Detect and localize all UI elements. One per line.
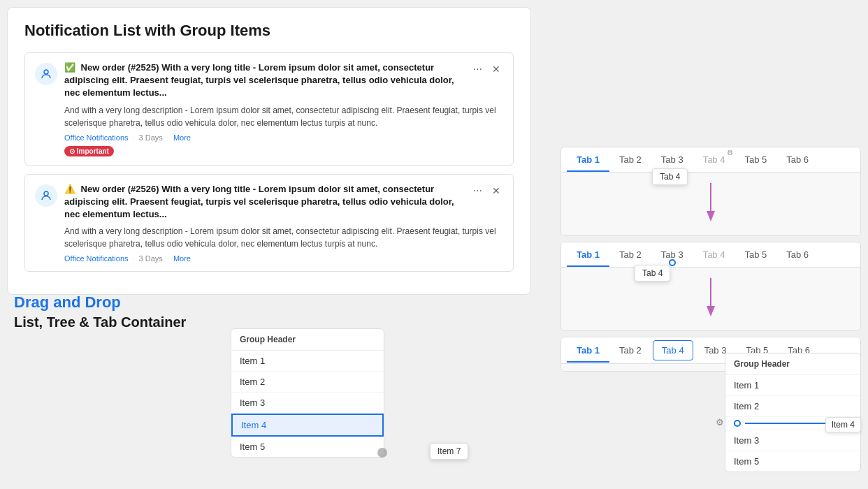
list-item-active[interactable]: Item 4 [231, 414, 384, 437]
tab-1-item-tab6[interactable]: Tab 6 [776, 147, 818, 172]
list-item[interactable]: Item 1 [231, 351, 384, 372]
time-label-1: 3 Days [139, 133, 163, 142]
arrow-down-icon [568, 275, 853, 323]
right-list-container: Group Header Item 1 Item 2 Item 3 Item 5 [725, 353, 861, 472]
dnd-subtitle: List, Tree & Tab Container [14, 314, 186, 330]
tab-1-item-tab4-faded: Tab 4 ⚙ [693, 147, 735, 172]
tab-panel-1: Tab 1 Tab 2 Tab 3 Tab 4 ⚙ Tab 5 Tab 6 Ta… [560, 147, 861, 236]
warning-icon: ⚠️ [64, 184, 75, 194]
important-badge: Important [64, 146, 114, 156]
drag-tooltip: Item 7 [430, 443, 468, 460]
tab-body-1 [561, 173, 860, 235]
drag-handle-icon[interactable] [377, 448, 387, 458]
more-options-button[interactable]: ··· [470, 61, 485, 77]
more-link-2[interactable]: More [173, 254, 191, 263]
avatar [35, 63, 57, 85]
notification-title-2: ⚠️ New order (#2526) With a very long ti… [64, 183, 470, 221]
time-label-2: 3 Days [139, 254, 163, 263]
notification-footer-2: Office Notifications · 3 Days · More [64, 254, 503, 263]
right-list-item[interactable]: Item 3 [725, 430, 860, 451]
notification-body-2: And with a very long description - Lorem… [64, 225, 503, 250]
tab-2-item-tab2[interactable]: Tab 2 [609, 242, 651, 267]
drag-circle-icon [734, 420, 741, 427]
notification-item: ⚠️ New order (#2526) With a very long ti… [24, 174, 514, 272]
tab-2-item-tab5[interactable]: Tab 5 [735, 242, 776, 267]
svg-point-1 [44, 191, 48, 196]
notification-body-1: And with a very long description - Lorem… [64, 104, 503, 129]
tab-2-item-tab1[interactable]: Tab 1 [567, 242, 609, 267]
svg-marker-5 [707, 306, 715, 316]
tab-2-item-tab4-faded: Tab 4 [693, 242, 735, 267]
tab-floating-2: Tab 4 [635, 265, 670, 282]
right-list-item[interactable]: Item 2 [725, 396, 860, 417]
dnd-section: Drag and Drop List, Tree & Tab Container [14, 293, 186, 340]
left-list-container: Group Header Item 1 Item 2 Item 3 Item 4… [231, 328, 384, 458]
success-icon: ✅ [64, 62, 75, 73]
tab-2-item-tab3[interactable]: Tab 3 [651, 242, 693, 267]
list-item[interactable]: Item 2 [231, 372, 384, 393]
notification-title-1: ✅ New order (#2525) With a very long tit… [64, 61, 470, 100]
tab-3-item-tab4-outlined[interactable]: Tab 4 [653, 340, 693, 360]
item4-tooltip: Item 4 [825, 417, 861, 432]
close-button[interactable]: ✕ [489, 62, 503, 76]
notification-footer-1: Office Notifications · 3 Days · More [64, 133, 503, 142]
right-list-item[interactable]: Item 5 [725, 451, 860, 472]
tab-panel-wrapper: Tab 1 Tab 2 Tab 3 Tab 4 ⚙ Tab 5 Tab 6 Ta… [560, 147, 861, 377]
tab-bar-1: Tab 1 Tab 2 Tab 3 Tab 4 ⚙ Tab 5 Tab 6 Ta… [561, 147, 860, 173]
tab-bar-2: Tab 1 Tab 2 Tab 3 Tab 4 Tab 5 Tab 6 Tab … [561, 242, 860, 268]
left-list-header: Group Header [231, 329, 384, 351]
avatar [35, 184, 57, 207]
tab-body-2 [561, 268, 860, 330]
more-options-button[interactable]: ··· [470, 183, 485, 198]
tab-1-item-tab5[interactable]: Tab 5 [735, 147, 776, 172]
more-link-1[interactable]: More [173, 133, 191, 142]
arrow-down-icon [568, 180, 853, 228]
source-link-2[interactable]: Office Notifications [64, 254, 129, 263]
svg-point-0 [44, 70, 48, 74]
tab-1-item-tab2[interactable]: Tab 2 [609, 147, 651, 172]
tab-floating-1: Tab 4 [652, 168, 688, 185]
tab-3-item-tab1[interactable]: Tab 1 [567, 338, 609, 363]
notification-item: ✅ New order (#2525) With a very long tit… [24, 52, 514, 166]
right-list-header: Group Header [725, 353, 860, 375]
list-item[interactable]: Item 3 [231, 393, 384, 414]
source-link-1[interactable]: Office Notifications [64, 133, 129, 142]
page-title: Notification List with Group Items [24, 22, 514, 40]
notification-card: Notification List with Group Items ✅ New… [7, 7, 531, 295]
right-list-item[interactable]: Item 1 [725, 375, 860, 396]
tab-3-item-tab2[interactable]: Tab 2 [609, 338, 651, 363]
close-button[interactable]: ✕ [489, 184, 503, 198]
gear-icon: ⚙ [716, 417, 724, 428]
tab-1-item-tab1[interactable]: Tab 1 [567, 147, 609, 172]
dnd-title: Drag and Drop [14, 293, 186, 312]
svg-marker-3 [707, 211, 715, 221]
tab-2-item-tab6[interactable]: Tab 6 [776, 242, 818, 267]
list-item[interactable]: Item 5 [231, 437, 384, 457]
tab-panel-2: Tab 1 Tab 2 Tab 3 Tab 4 Tab 5 Tab 6 Tab … [560, 242, 861, 331]
